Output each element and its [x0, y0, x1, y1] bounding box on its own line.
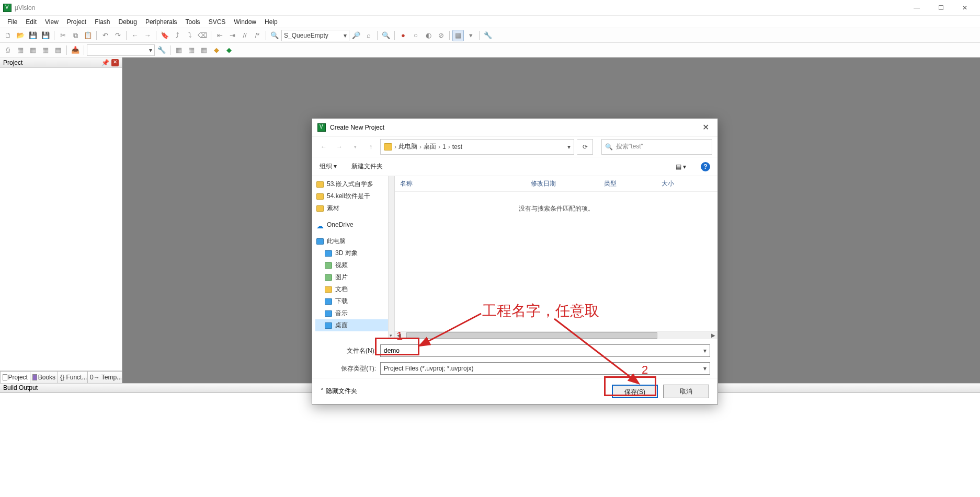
scroll-right-icon[interactable]: ▶: [711, 332, 715, 338]
undo-icon[interactable]: ↶: [99, 30, 111, 41]
debug-start-icon[interactable]: 🔍: [380, 30, 392, 41]
nav-recent-button[interactable]: ▾: [349, 141, 361, 153]
nav-up-button[interactable]: ↑: [364, 141, 377, 153]
maximize-button[interactable]: ☐: [929, 0, 953, 16]
manage-icon[interactable]: ▦: [173, 44, 185, 56]
download-icon[interactable]: 📥: [70, 44, 81, 56]
bp-enable-icon[interactable]: ○: [410, 30, 421, 41]
tree-item[interactable]: 3D 对象: [315, 247, 388, 259]
organize-button[interactable]: 组织 ▾: [320, 162, 337, 171]
redo-icon[interactable]: ↷: [112, 30, 123, 41]
close-button[interactable]: ✕: [953, 0, 977, 16]
nav-back-icon[interactable]: ←: [129, 30, 141, 41]
bp-kill-icon[interactable]: ⊘: [435, 30, 447, 41]
target-combo[interactable]: ▾: [87, 44, 155, 56]
filetype-select[interactable]: Project Files (*.uvproj; *.uvprojx) ▾: [380, 362, 710, 375]
tree-item[interactable]: 图片: [315, 271, 388, 283]
nav-fwd-icon[interactable]: →: [142, 30, 153, 41]
save-button[interactable]: 保存(S): [612, 385, 658, 398]
translate-icon[interactable]: ⎙: [2, 44, 14, 56]
find-icon[interactable]: 🔍: [269, 30, 280, 41]
build-icon[interactable]: ▦: [15, 44, 26, 56]
outdent-icon[interactable]: ⇥: [226, 30, 238, 41]
folder-tree[interactable]: 53.嵌入式自学多54.keil软件是干素材☁OneDrive此电脑3D 对象视…: [312, 176, 389, 339]
paste-icon[interactable]: 📋: [82, 30, 94, 41]
menu-file[interactable]: File: [3, 17, 21, 27]
tree-item[interactable]: 下载: [315, 295, 388, 307]
menu-peripherals[interactable]: Peripherals: [141, 17, 181, 27]
bookmark-next-icon[interactable]: ⤵: [184, 30, 196, 41]
copy-icon[interactable]: ⧉: [70, 30, 81, 41]
pane-close-icon[interactable]: ✕: [111, 59, 119, 66]
build-output[interactable]: [0, 392, 980, 497]
filename-textbox[interactable]: [384, 347, 703, 354]
comment-icon[interactable]: //: [239, 30, 250, 41]
batch-build-icon[interactable]: ▦: [40, 44, 51, 56]
cut-icon[interactable]: ✂: [57, 30, 69, 41]
col-name[interactable]: 名称: [400, 179, 531, 188]
menu-svcs[interactable]: SVCS: [204, 17, 230, 27]
menu-debug[interactable]: Debug: [115, 17, 141, 27]
bookmark-icon[interactable]: 🔖: [159, 30, 170, 41]
filename-input[interactable]: ▾: [380, 344, 710, 357]
stop-build-icon[interactable]: ▦: [52, 44, 64, 56]
hide-folders-toggle[interactable]: ˄ 隐藏文件夹: [321, 387, 357, 396]
menu-help[interactable]: Help: [260, 17, 282, 27]
find-combo[interactable]: S_QueueEmpty ▾: [281, 30, 349, 41]
help-icon[interactable]: ?: [701, 162, 710, 171]
crumb-desktop[interactable]: 桌面: [424, 142, 436, 151]
rebuild-icon[interactable]: ▦: [27, 44, 39, 56]
manage-books-icon[interactable]: ▦: [198, 44, 210, 56]
tree-item[interactable]: 54.keil软件是干: [315, 190, 388, 202]
manage-packs-icon[interactable]: ◆: [211, 44, 222, 56]
addressbar[interactable]: › 此电脑 › 桌面 › 1 › test ▾: [380, 139, 574, 155]
tree-item[interactable]: 音乐: [315, 307, 388, 319]
open-file-icon[interactable]: 📂: [15, 30, 26, 41]
tree-item[interactable]: 桌面: [315, 319, 388, 331]
cancel-button[interactable]: 取消: [663, 385, 709, 398]
menu-tools[interactable]: Tools: [181, 17, 204, 27]
window-layout-icon[interactable]: ▦: [452, 30, 464, 41]
tree-item[interactable]: ☁OneDrive: [315, 219, 388, 230]
tree-item[interactable]: 文档: [315, 283, 388, 295]
horizontal-scrollbar[interactable]: ◀ ▶: [395, 331, 717, 339]
crumb-test[interactable]: test: [452, 143, 462, 151]
vertical-scrollbar[interactable]: [389, 176, 395, 339]
view-button[interactable]: ▤▾: [676, 163, 686, 170]
pin-icon[interactable]: 📌: [101, 59, 109, 66]
scroll-thumb[interactable]: [406, 332, 657, 339]
refresh-button[interactable]: ⟳: [577, 139, 593, 155]
window-dropdown-icon[interactable]: ▾: [465, 30, 476, 41]
search-input[interactable]: 🔍 搜索"test": [601, 139, 712, 155]
tree-item[interactable]: 视频: [315, 259, 388, 271]
chevron-down-icon[interactable]: ▾: [703, 347, 706, 354]
save-icon[interactable]: 💾: [27, 30, 39, 41]
find-in-files-icon[interactable]: 🔎: [350, 30, 362, 41]
crumb-1[interactable]: 1: [442, 143, 446, 151]
options-icon[interactable]: 🔧: [156, 44, 167, 56]
dialog-close-icon[interactable]: ✕: [699, 122, 712, 132]
nav-back-button[interactable]: ←: [317, 141, 330, 153]
incremental-find-icon[interactable]: ⌕: [363, 30, 374, 41]
menu-view[interactable]: View: [41, 17, 63, 27]
tree-item[interactable]: 素材: [315, 202, 388, 214]
tree-item[interactable]: 此电脑: [315, 235, 388, 247]
pack-installer-icon[interactable]: ◆: [223, 44, 235, 56]
tab-books[interactable]: Books: [30, 371, 58, 383]
tab-project[interactable]: Project: [0, 371, 30, 383]
bp-disable-icon[interactable]: ◐: [423, 30, 434, 41]
indent-icon[interactable]: ⇤: [214, 30, 225, 41]
new-file-icon[interactable]: 🗋: [2, 30, 14, 41]
project-tree[interactable]: [0, 68, 122, 371]
menu-flash[interactable]: Flash: [90, 17, 114, 27]
configure-icon[interactable]: 🔧: [482, 30, 494, 41]
tab-templates[interactable]: 0→ Temp...: [87, 371, 122, 383]
col-size[interactable]: 大小: [662, 179, 688, 188]
nav-forward-button[interactable]: →: [333, 141, 346, 153]
bookmark-clear-icon[interactable]: ⌫: [197, 30, 208, 41]
bookmark-prev-icon[interactable]: ⤴: [172, 30, 183, 41]
menu-project[interactable]: Project: [63, 17, 90, 27]
tab-functions[interactable]: {} Funct...: [58, 371, 88, 383]
newfolder-button[interactable]: 新建文件夹: [351, 162, 383, 171]
crumb-pc[interactable]: 此电脑: [398, 142, 417, 151]
